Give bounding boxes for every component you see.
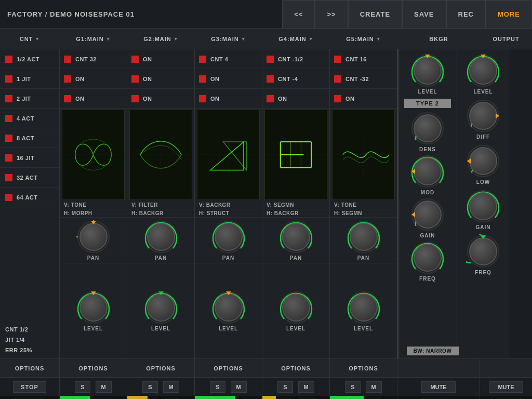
- bkgr-dens-knob[interactable]: DENS: [410, 111, 445, 152]
- bkgr-mod-knob[interactable]: MOD: [410, 154, 445, 195]
- cnt-item-8[interactable]: 64 ACT: [0, 188, 59, 207]
- g3-column: CNT 4 ON ON V: BACKGR: [195, 49, 262, 358]
- cnt-item-6[interactable]: 16 JIT: [0, 148, 59, 168]
- red-square-icon: [5, 174, 12, 181]
- g4-row2[interactable]: CNT -4: [262, 69, 329, 89]
- g3-s-button[interactable]: S: [210, 381, 225, 393]
- g2-wave-display: [129, 110, 192, 200]
- output-diff-knob[interactable]: DIFF: [466, 99, 500, 140]
- output-mute-button[interactable]: MUTE: [489, 381, 523, 393]
- g5-level-knob[interactable]: LEVEL: [330, 263, 397, 359]
- cnt-options-button[interactable]: OPTIONS: [0, 359, 60, 377]
- g5-m-button[interactable]: M: [366, 381, 382, 393]
- output-freq-knob[interactable]: FREQ: [466, 234, 500, 354]
- g5-options-button[interactable]: OPTIONS: [330, 359, 397, 377]
- g4-level-knob[interactable]: LEVEL: [262, 263, 329, 359]
- g2-s-button[interactable]: S: [142, 381, 157, 393]
- rec-button[interactable]: REC: [446, 0, 486, 29]
- g4-m-button[interactable]: M: [298, 381, 314, 393]
- red-square-icon: [5, 135, 12, 142]
- g2-row3[interactable]: ON: [127, 89, 194, 109]
- cnt-item-5[interactable]: 8 ACT: [0, 128, 59, 148]
- g5-row2[interactable]: CNT -32: [330, 69, 397, 89]
- output-options-spacer: [480, 359, 532, 377]
- bw-narrow-button[interactable]: BW: NARROW: [407, 347, 459, 355]
- g2-row2[interactable]: ON: [127, 69, 194, 89]
- g4-row1[interactable]: CNT -1/2: [262, 49, 329, 69]
- cnt-item-2[interactable]: 1 JIT: [0, 69, 59, 89]
- g1-s-button[interactable]: S: [75, 381, 90, 393]
- g1-header: G1:MAIN ▼: [60, 36, 127, 42]
- next-button[interactable]: >>: [315, 0, 348, 29]
- g3-row3[interactable]: ON: [195, 89, 262, 109]
- bkgr-gain-knob[interactable]: GAIN: [410, 197, 445, 238]
- output-progress: [480, 396, 532, 399]
- bkgr-header: BKGR: [397, 36, 480, 42]
- g2-m-button[interactable]: M: [163, 381, 179, 393]
- g1-wave-display: [62, 110, 125, 200]
- red-square-icon: [131, 95, 139, 102]
- g5-header: G5:MAIN ▼: [330, 36, 397, 42]
- prev-button[interactable]: <<: [282, 0, 315, 29]
- g2-header: G2:MAIN ▼: [127, 36, 195, 42]
- g3-level-knob[interactable]: LEVEL: [195, 263, 262, 359]
- g3-pan-knob[interactable]: PAN: [195, 218, 262, 263]
- controls-row: STOP S M S M S M S M S M MUTE MUTE: [0, 377, 532, 396]
- g4-progress: [262, 396, 330, 399]
- app-title: FACTORY / DEMO NOISESPACE 01: [0, 10, 282, 18]
- bkgr-level-knob[interactable]: LEVEL: [410, 54, 445, 95]
- cnt-item-7[interactable]: 32 ACT: [0, 168, 59, 188]
- red-square-icon: [199, 95, 206, 102]
- stop-button[interactable]: STOP: [13, 381, 46, 393]
- output-low-knob[interactable]: LOW: [466, 144, 500, 185]
- g4-progress-fill: [262, 396, 276, 399]
- g3-row2[interactable]: ON: [195, 69, 262, 89]
- bkgr-progress: [397, 396, 480, 399]
- g5-arrow: ▼: [376, 36, 381, 42]
- g1-m-button[interactable]: M: [96, 381, 112, 393]
- output-level-knob[interactable]: LEVEL: [466, 54, 500, 95]
- red-square-icon: [5, 75, 12, 83]
- g3-m-button[interactable]: M: [231, 381, 247, 393]
- bkgr-freq-knob[interactable]: FREQ: [410, 241, 445, 355]
- red-square-icon: [131, 56, 139, 63]
- cnt-bottom-labels: CNT 1/2 JIT 1/4 ERR 25%: [0, 207, 59, 358]
- g5-row3[interactable]: ON: [330, 89, 397, 109]
- g4-pan-knob[interactable]: PAN: [262, 218, 329, 263]
- cnt-item-1[interactable]: 1/2 ACT: [0, 49, 59, 69]
- g1-sm-ctrl: S M: [60, 378, 127, 396]
- g1-level-knob[interactable]: LEVEL: [60, 263, 127, 359]
- g3-options-button[interactable]: OPTIONS: [195, 359, 262, 377]
- g5-pan-knob[interactable]: PAN: [330, 218, 397, 263]
- g2-level-knob[interactable]: LEVEL: [127, 263, 194, 359]
- save-button[interactable]: SAVE: [402, 0, 446, 29]
- g3-row1[interactable]: CNT 4: [195, 49, 262, 69]
- g5-s-button[interactable]: S: [345, 381, 360, 393]
- g1-h-label: H: MORPH: [60, 209, 127, 218]
- g2-pan-knob[interactable]: PAN: [127, 218, 194, 263]
- g4-options-button[interactable]: OPTIONS: [262, 359, 330, 377]
- g4-s-button[interactable]: S: [277, 381, 292, 393]
- more-button[interactable]: MORE: [486, 0, 532, 29]
- g5-row1[interactable]: CNT 16: [330, 49, 397, 69]
- g4-v-label: V: SEGMN: [262, 201, 329, 209]
- progress-row: [0, 396, 532, 399]
- g3-sm-ctrl: S M: [195, 378, 262, 396]
- g4-wave-display: [264, 110, 327, 200]
- create-button[interactable]: CREATE: [348, 0, 402, 29]
- g2-row1[interactable]: ON: [127, 49, 194, 69]
- g1-row2[interactable]: ON: [60, 69, 127, 89]
- jit-quarter-label: JIT 1/4: [5, 336, 54, 344]
- g1-options-button[interactable]: OPTIONS: [60, 359, 127, 377]
- cnt-item-3[interactable]: 2 JIT: [0, 89, 59, 109]
- output-gain-knob[interactable]: GAIN: [466, 189, 500, 230]
- g1-pan-knob[interactable]: PAN: [60, 218, 127, 263]
- g1-row3[interactable]: ON: [60, 89, 127, 109]
- g2-options-button[interactable]: OPTIONS: [127, 359, 195, 377]
- g4-row3[interactable]: ON: [262, 89, 329, 109]
- type-button[interactable]: TYPE 2: [404, 99, 451, 108]
- bkgr-mute-button[interactable]: MUTE: [421, 381, 455, 393]
- cnt-item-4[interactable]: 4 ACT: [0, 109, 59, 128]
- cnt-arrow: ▼: [35, 36, 40, 42]
- g1-row1[interactable]: CNT 32: [60, 49, 127, 69]
